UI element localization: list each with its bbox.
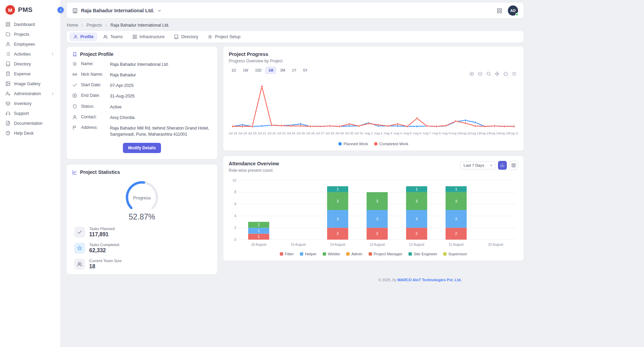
users-icon [77, 261, 82, 267]
svg-text:2: 2 [337, 231, 339, 236]
chevron-down-icon [157, 9, 162, 13]
breadcrumb: HomeProjectsRaja Bahadur International L… [67, 23, 524, 28]
sidebar-item-help-desk[interactable]: Help Desk [0, 128, 60, 138]
svg-text:Aug 2: Aug 2 [374, 131, 383, 135]
svg-text:Aug 10: Aug 10 [451, 131, 461, 135]
svg-text:10: 10 [232, 179, 237, 182]
sidebar-item-administration[interactable]: Administration [0, 89, 60, 99]
legend-label: Helper [305, 252, 317, 256]
range-button-1w[interactable]: 1W [240, 67, 251, 74]
svg-text:Jul 25: Jul 25 [296, 131, 305, 135]
tab-directory[interactable]: Directory [170, 32, 202, 41]
field-value: Active [110, 104, 122, 110]
field-value: Raja Bahadur International Ltd. [110, 61, 169, 67]
chart-toolbar [469, 71, 517, 76]
date-range-select[interactable]: Last 7 Days ▾ [460, 161, 496, 169]
range-button-3m[interactable]: 3M [277, 67, 288, 74]
range-button-15d[interactable]: 15D [252, 67, 264, 74]
left-column: Project Profile Name:Raja Bahadur Intern… [67, 47, 217, 274]
profile-field-address-: Address:Raja Bahadur Mill Rd, behind She… [72, 125, 212, 137]
breadcrumb-link-projects[interactable]: Projects [86, 23, 102, 28]
line-chart[interactable]: Jul 18Jul 19Jul 20Jul 21Jul 22Jul 23Jul … [229, 76, 518, 140]
project-progress-card: Project Progress Progress Overview by Pr… [223, 47, 524, 151]
view-toggle-group [498, 161, 518, 170]
legend-item-helper[interactable]: Helper [300, 252, 317, 256]
field-value: Raja Bahadur Mill Rd, behind Sheraton Gr… [110, 125, 212, 137]
stat-tasks-planned: Tasks Planned117,891 [72, 227, 212, 238]
project-profile-card: Project Profile Name:Raja Bahadur Intern… [67, 47, 217, 159]
legend-item-planned-work[interactable]: Planned Work [338, 142, 368, 146]
apps-menu-button[interactable] [497, 8, 502, 14]
toolbar-zoom-out-button[interactable] [478, 71, 483, 76]
legend-label: Completed Work [379, 142, 408, 146]
toolbar-home-button[interactable] [503, 71, 508, 76]
sidebar-item-support[interactable]: Support [0, 108, 60, 118]
toolbar-pan-button[interactable] [495, 71, 500, 76]
bar-chart-view-button[interactable] [498, 161, 507, 170]
field-label: Status: [81, 104, 106, 109]
sidebar-item-documentation[interactable]: Documentation [0, 118, 60, 128]
legend-item-fitter[interactable]: Fitter [280, 252, 294, 256]
footer-company-link[interactable]: MARCO AIoT Technologies Pvt. Ltd. [398, 278, 462, 282]
range-button-1m[interactable]: 1M [265, 67, 276, 74]
svg-text:11 August: 11 August [449, 243, 464, 246]
legend-label: Project Manager [374, 252, 402, 256]
sidebar-item-projects[interactable]: Projects [0, 29, 60, 39]
tab-teams[interactable]: Teams [99, 32, 127, 41]
legend-item-site-engineer[interactable]: Site Engineer [408, 252, 437, 256]
sidebar-item-activities[interactable]: Activities [0, 49, 60, 59]
svg-text:3: 3 [455, 199, 457, 203]
sidebar-item-employees[interactable]: Employees [0, 39, 60, 49]
stacked-bar-chart[interactable]: 024681016 August11115 August14 August233… [229, 178, 518, 251]
range-button-1y[interactable]: 1Y [289, 67, 299, 74]
user-avatar[interactable]: AD [508, 5, 518, 16]
svg-text:15 August: 15 August [291, 243, 306, 246]
toolbar-zoom-in-button[interactable] [469, 71, 474, 76]
sidebar-item-dashboard[interactable]: Dashboard [0, 19, 60, 29]
svg-text:4: 4 [234, 214, 236, 218]
company-selector[interactable]: Raja Bahadur International Ltd. [72, 8, 162, 14]
sidebar-item-label: Administration [14, 91, 47, 96]
apps-grid-icon [497, 8, 502, 14]
table-view-button[interactable] [509, 161, 518, 170]
progress-percentage: 52.87% [72, 212, 212, 222]
tab-project-setup[interactable]: Project Setup [204, 32, 244, 41]
legend-item-project-manager[interactable]: Project Manager [369, 252, 402, 256]
field-value: Raja Bahadur [110, 72, 136, 78]
online-status-dot [515, 13, 518, 16]
users-icon [103, 34, 108, 39]
chevron-right-icon [104, 24, 108, 27]
avatar-initials: AD [510, 9, 516, 13]
field-value: Anuj Chordia [110, 115, 134, 121]
modify-details-button[interactable]: Modify Details [123, 143, 161, 153]
legend-item-supervisor[interactable]: Supervisor [443, 252, 467, 256]
field-label: Name: [81, 61, 106, 66]
sidebar-item-label: Documentation [14, 121, 55, 126]
range-button-1d[interactable]: 1D [229, 67, 239, 74]
legend-item-completed-work[interactable]: Completed Work [374, 142, 408, 146]
attendance-header: Attendance Overview Role-wise present co… [229, 161, 518, 173]
svg-text:Jul 20: Jul 20 [248, 131, 256, 135]
sidebar-collapse-button[interactable] [58, 7, 64, 13]
breadcrumb-link-home[interactable]: Home [67, 23, 78, 28]
sidebar-item-expense[interactable]: Expense [0, 69, 60, 79]
legend-item-welder[interactable]: Welder [323, 252, 340, 256]
tab-infrastructure[interactable]: Infrastructure [129, 32, 168, 41]
sidebar-item-image-gallery[interactable]: Image Gallery [0, 79, 60, 89]
legend-item-admin[interactable]: Admin [346, 252, 363, 256]
range-button-5y[interactable]: 5Y [300, 67, 310, 74]
attendance-title: Attendance Overview [229, 161, 279, 166]
toolbar-menu-button[interactable] [512, 71, 517, 76]
sidebar-item-inventory[interactable]: Inventory [0, 99, 60, 108]
app-logo[interactable]: M PMS [0, 0, 60, 19]
sidebar-item-directory[interactable]: Directory [0, 59, 60, 69]
svg-text:Aug 15: Aug 15 [499, 131, 509, 135]
stat-label: Tasks Completed [89, 243, 119, 247]
app-name: PMS [18, 6, 33, 14]
page-footer: © 2025, by MARCO AIoT Technologies Pvt. … [67, 278, 524, 282]
folder-icon [5, 32, 11, 37]
tab-profile[interactable]: Profile [69, 32, 97, 41]
toolbar-magnifier-button[interactable] [486, 71, 491, 76]
svg-text:1: 1 [258, 235, 260, 239]
file-text-icon [5, 121, 11, 126]
